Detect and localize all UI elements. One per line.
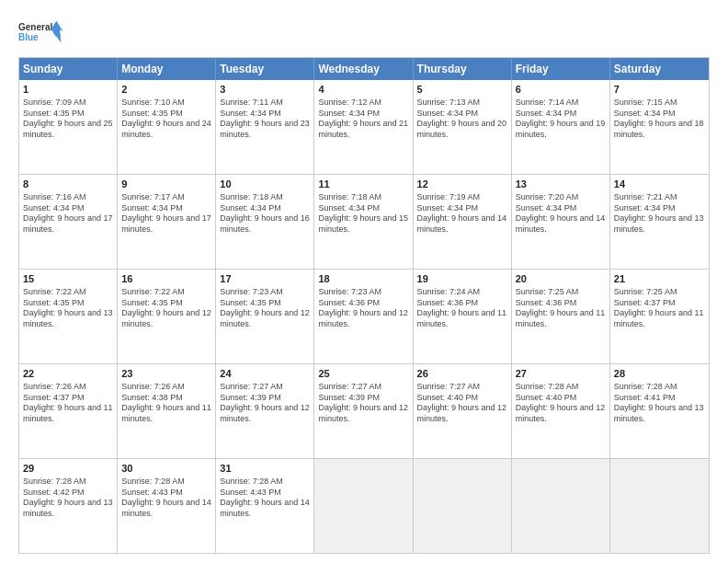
- day-info: Sunrise: 7:27 AMSunset: 4:39 PMDaylight:…: [318, 382, 408, 425]
- day-number: 16: [121, 272, 211, 286]
- calendar-cell: 12Sunrise: 7:19 AMSunset: 4:34 PMDayligh…: [414, 175, 512, 269]
- calendar-cell: 9Sunrise: 7:17 AMSunset: 4:34 PMDaylight…: [118, 175, 216, 269]
- day-info: Sunrise: 7:10 AMSunset: 4:35 PMDaylight:…: [121, 98, 211, 141]
- day-number: 27: [516, 367, 606, 381]
- calendar-cell: 10Sunrise: 7:18 AMSunset: 4:34 PMDayligh…: [216, 175, 314, 269]
- day-number: 21: [614, 272, 705, 286]
- calendar-header-cell: Wednesday: [314, 58, 413, 80]
- calendar-cell: 15Sunrise: 7:22 AMSunset: 4:35 PMDayligh…: [19, 270, 118, 363]
- calendar-cell: 13Sunrise: 7:20 AMSunset: 4:34 PMDayligh…: [512, 175, 610, 269]
- calendar-body: 1Sunrise: 7:09 AMSunset: 4:35 PMDaylight…: [19, 80, 709, 553]
- day-number: 4: [318, 83, 408, 97]
- day-number: 22: [23, 367, 113, 381]
- calendar-cell: [314, 459, 413, 553]
- calendar-cell: 4Sunrise: 7:12 AMSunset: 4:34 PMDaylight…: [314, 80, 413, 174]
- day-info: Sunrise: 7:14 AMSunset: 4:34 PMDaylight:…: [516, 98, 606, 141]
- calendar: SundayMondayTuesdayWednesdayThursdayFrid…: [18, 57, 710, 554]
- header: General Blue: [18, 15, 710, 50]
- day-number: 12: [417, 178, 507, 191]
- calendar-header-cell: Thursday: [414, 58, 512, 80]
- calendar-cell: 1Sunrise: 7:09 AMSunset: 4:35 PMDaylight…: [19, 80, 118, 174]
- day-info: Sunrise: 7:19 AMSunset: 4:34 PMDaylight:…: [417, 192, 507, 236]
- day-info: Sunrise: 7:11 AMSunset: 4:34 PMDaylight:…: [220, 98, 310, 141]
- day-info: Sunrise: 7:18 AMSunset: 4:34 PMDaylight:…: [318, 192, 408, 236]
- day-number: 14: [614, 178, 705, 191]
- day-info: Sunrise: 7:22 AMSunset: 4:35 PMDaylight:…: [121, 287, 211, 330]
- day-info: Sunrise: 7:22 AMSunset: 4:35 PMDaylight:…: [23, 287, 113, 330]
- calendar-row: 15Sunrise: 7:22 AMSunset: 4:35 PMDayligh…: [19, 269, 709, 363]
- day-info: Sunrise: 7:28 AMSunset: 4:40 PMDaylight:…: [516, 382, 606, 425]
- page: General Blue SundayMondayTuesdayWednesda…: [0, 0, 728, 563]
- day-number: 6: [516, 83, 606, 97]
- calendar-cell: 31Sunrise: 7:28 AMSunset: 4:43 PMDayligh…: [216, 459, 314, 553]
- svg-text:Blue: Blue: [18, 32, 39, 42]
- calendar-header-cell: Sunday: [19, 58, 118, 80]
- calendar-row: 8Sunrise: 7:16 AMSunset: 4:34 PMDaylight…: [19, 174, 709, 269]
- day-info: Sunrise: 7:26 AMSunset: 4:38 PMDaylight:…: [121, 382, 211, 425]
- day-info: Sunrise: 7:13 AMSunset: 4:34 PMDaylight:…: [417, 98, 507, 141]
- calendar-header-cell: Saturday: [610, 58, 709, 80]
- calendar-cell: 24Sunrise: 7:27 AMSunset: 4:39 PMDayligh…: [216, 364, 314, 458]
- day-number: 8: [23, 178, 113, 191]
- day-number: 18: [318, 272, 408, 286]
- calendar-header-cell: Friday: [512, 58, 610, 80]
- day-info: Sunrise: 7:12 AMSunset: 4:34 PMDaylight:…: [318, 98, 408, 141]
- day-info: Sunrise: 7:26 AMSunset: 4:37 PMDaylight:…: [23, 382, 113, 425]
- day-info: Sunrise: 7:23 AMSunset: 4:36 PMDaylight:…: [318, 287, 408, 330]
- calendar-cell: 29Sunrise: 7:28 AMSunset: 4:42 PMDayligh…: [19, 459, 118, 553]
- day-number: 11: [318, 178, 408, 191]
- day-number: 25: [318, 367, 408, 381]
- calendar-cell: 17Sunrise: 7:23 AMSunset: 4:35 PMDayligh…: [216, 270, 314, 363]
- day-number: 7: [614, 83, 705, 97]
- calendar-header-cell: Tuesday: [216, 58, 314, 80]
- day-number: 24: [220, 367, 310, 381]
- calendar-cell: [512, 459, 610, 553]
- svg-marker-2: [51, 21, 63, 43]
- day-number: 9: [121, 178, 211, 191]
- day-number: 23: [121, 367, 211, 381]
- calendar-cell: 7Sunrise: 7:15 AMSunset: 4:34 PMDaylight…: [610, 80, 709, 174]
- day-number: 2: [121, 83, 211, 97]
- day-info: Sunrise: 7:28 AMSunset: 4:43 PMDaylight:…: [220, 477, 310, 520]
- calendar-cell: [610, 459, 709, 553]
- calendar-cell: 3Sunrise: 7:11 AMSunset: 4:34 PMDaylight…: [216, 80, 314, 174]
- day-number: 29: [23, 462, 113, 476]
- calendar-cell: 11Sunrise: 7:18 AMSunset: 4:34 PMDayligh…: [314, 175, 413, 269]
- day-number: 15: [23, 272, 113, 286]
- day-info: Sunrise: 7:28 AMSunset: 4:43 PMDaylight:…: [121, 477, 211, 520]
- day-number: 10: [220, 178, 310, 191]
- calendar-row: 1Sunrise: 7:09 AMSunset: 4:35 PMDaylight…: [19, 80, 709, 174]
- calendar-cell: 28Sunrise: 7:28 AMSunset: 4:41 PMDayligh…: [610, 364, 709, 458]
- calendar-cell: 27Sunrise: 7:28 AMSunset: 4:40 PMDayligh…: [512, 364, 610, 458]
- day-number: 3: [220, 83, 310, 97]
- day-number: 26: [417, 367, 507, 381]
- calendar-row: 29Sunrise: 7:28 AMSunset: 4:42 PMDayligh…: [19, 458, 709, 553]
- logo: General Blue: [18, 15, 64, 50]
- day-number: 28: [614, 367, 705, 381]
- calendar-cell: 20Sunrise: 7:25 AMSunset: 4:36 PMDayligh…: [512, 270, 610, 363]
- calendar-cell: 14Sunrise: 7:21 AMSunset: 4:34 PMDayligh…: [610, 175, 709, 269]
- calendar-cell: 21Sunrise: 7:25 AMSunset: 4:37 PMDayligh…: [610, 270, 709, 363]
- day-info: Sunrise: 7:25 AMSunset: 4:37 PMDaylight:…: [614, 287, 705, 330]
- day-info: Sunrise: 7:16 AMSunset: 4:34 PMDaylight:…: [23, 192, 113, 236]
- day-info: Sunrise: 7:21 AMSunset: 4:34 PMDaylight:…: [614, 192, 705, 236]
- calendar-cell: 5Sunrise: 7:13 AMSunset: 4:34 PMDaylight…: [414, 80, 512, 174]
- day-number: 20: [516, 272, 606, 286]
- calendar-row: 22Sunrise: 7:26 AMSunset: 4:37 PMDayligh…: [19, 363, 709, 458]
- calendar-cell: 19Sunrise: 7:24 AMSunset: 4:36 PMDayligh…: [414, 270, 512, 363]
- day-info: Sunrise: 7:09 AMSunset: 4:35 PMDaylight:…: [23, 98, 113, 141]
- calendar-cell: 23Sunrise: 7:26 AMSunset: 4:38 PMDayligh…: [118, 364, 216, 458]
- day-info: Sunrise: 7:15 AMSunset: 4:34 PMDaylight:…: [614, 98, 705, 141]
- day-number: 13: [516, 178, 606, 191]
- day-info: Sunrise: 7:28 AMSunset: 4:41 PMDaylight:…: [614, 382, 705, 425]
- calendar-cell: [414, 459, 512, 553]
- day-number: 1: [23, 83, 113, 97]
- day-number: 19: [417, 272, 507, 286]
- day-info: Sunrise: 7:17 AMSunset: 4:34 PMDaylight:…: [121, 192, 211, 236]
- calendar-cell: 2Sunrise: 7:10 AMSunset: 4:35 PMDaylight…: [118, 80, 216, 174]
- day-info: Sunrise: 7:23 AMSunset: 4:35 PMDaylight:…: [220, 287, 310, 330]
- calendar-cell: 22Sunrise: 7:26 AMSunset: 4:37 PMDayligh…: [19, 364, 118, 458]
- day-info: Sunrise: 7:20 AMSunset: 4:34 PMDaylight:…: [516, 192, 606, 236]
- svg-text:General: General: [18, 22, 52, 32]
- calendar-cell: 30Sunrise: 7:28 AMSunset: 4:43 PMDayligh…: [118, 459, 216, 553]
